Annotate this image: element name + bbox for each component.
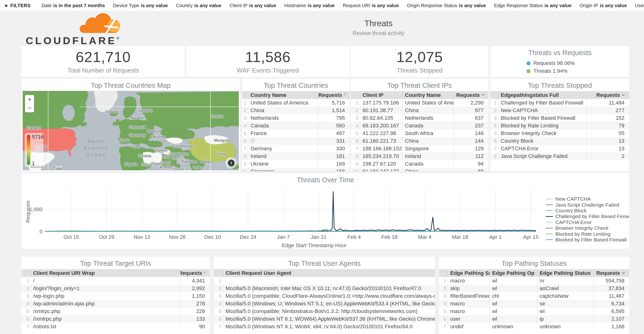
- table-cell[interactable]: Mozilla/5.0 (compatible; CloudFlare-Alwa…: [223, 292, 435, 300]
- table-cell[interactable]: 146: [454, 130, 488, 137]
- table-row[interactable]: 1/4,341: [22, 277, 210, 285]
- table-cell[interactable]: skip: [448, 285, 490, 292]
- table-cell[interactable]: 41.222.227.98: [360, 130, 402, 137]
- table-row[interactable]: 6userwlip2,107: [439, 315, 629, 323]
- column-header[interactable]: Country Name: [402, 91, 454, 99]
- table-cell[interactable]: Mozilla/5.0 (Macintosh; Intel Mac OS X 1…: [223, 285, 435, 292]
- table-row[interactable]: 8185.234.219.70Ireland112: [351, 152, 488, 160]
- table-row[interactable]: 661.160.221.73China144: [351, 137, 488, 145]
- table-cell[interactable]: wl: [490, 277, 537, 285]
- table-cell[interactable]: 133: [180, 315, 210, 323]
- table-row[interactable]: 3Blocked by Filter Based Firewall152: [490, 114, 629, 122]
- table-row[interactable]: 3Netherlands795: [242, 114, 350, 122]
- table-row[interactable]: 5Browser Integrity Check55: [490, 130, 629, 137]
- table-row[interactable]: 260.191.38.77China977: [351, 107, 488, 114]
- table-cell[interactable]: 11,467: [594, 292, 629, 300]
- table-row[interactable]: 1137.175.79.166United States of America2…: [351, 99, 488, 107]
- table-cell[interactable]: 6,734: [594, 300, 629, 307]
- table-cell[interactable]: [223, 277, 435, 285]
- table-cell[interactable]: France: [248, 130, 318, 137]
- table-cell[interactable]: 5,716: [318, 99, 350, 107]
- table-cell[interactable]: 330: [318, 145, 350, 152]
- table-cell[interactable]: 2: [586, 152, 629, 160]
- table-cell[interactable]: unknown: [537, 323, 594, 330]
- table-cell[interactable]: Canada: [402, 160, 454, 168]
- table-cell[interactable]: 152: [586, 114, 629, 122]
- table-cell[interactable]: macro: [448, 277, 490, 285]
- table-row[interactable]: 9Ukraine169: [242, 160, 350, 168]
- table-row[interactable]: 6Mozilla/5.0 (Windows NT 6.1; WOW64) App…: [214, 315, 435, 323]
- table-cell[interactable]: wl: [490, 300, 537, 307]
- column-header[interactable]: Requests: [586, 91, 629, 99]
- table-row[interactable]: 1United States of America5,716: [242, 99, 350, 107]
- filter-item[interactable]: Origin IPis any value: [580, 3, 627, 8]
- table-cell[interactable]: 37,834: [594, 285, 629, 292]
- table-cell[interactable]: nr: [537, 277, 594, 285]
- table-cell[interactable]: Germany: [248, 145, 318, 152]
- filters-toggle[interactable]: ▶ FILTERS: [5, 3, 30, 8]
- table-row[interactable]: 2Mozilla/5.0 (Macintosh; Intel Mac OS X …: [214, 285, 435, 292]
- table-row[interactable]: 5France497: [242, 130, 350, 137]
- table-row[interactable]: 3filterBasedFirewallchlcaptchaNew11,467: [439, 292, 629, 300]
- table-cell[interactable]: Ukraine: [248, 160, 318, 168]
- column-header[interactable]: Requests: [454, 91, 488, 99]
- table-row[interactable]: 4/wp-admin/admin-ajax.php278: [22, 300, 210, 307]
- table-cell[interactable]: 6,595: [594, 307, 629, 315]
- table-cell[interactable]: wl: [490, 315, 537, 323]
- table-cell[interactable]: wl: [537, 307, 594, 315]
- table-cell[interactable]: ip: [537, 315, 594, 323]
- chart-legend-item[interactable]: Country Block: [546, 208, 629, 213]
- table-cell[interactable]: 795: [318, 114, 350, 122]
- table-cell[interactable]: chl: [490, 292, 537, 300]
- table-cell[interactable]: 560: [318, 122, 350, 130]
- table-cell[interactable]: 277: [586, 107, 629, 114]
- map-info-button[interactable]: i: [226, 157, 237, 169]
- column-header[interactable]: Requests: [180, 269, 210, 277]
- chart-legend-item[interactable]: Browser Integrity Check: [546, 225, 629, 231]
- table-cell[interactable]: Singapore: [402, 145, 454, 152]
- table-row[interactable]: 3/wp-login.php1,150: [22, 292, 210, 300]
- table-cell[interactable]: Netherlands: [402, 114, 454, 122]
- table-cell[interactable]: Canada: [248, 122, 318, 130]
- table-cell[interactable]: Ireland: [402, 152, 454, 160]
- table-cell[interactable]: 2,107: [594, 315, 629, 323]
- table-row[interactable]: 6∅331: [242, 137, 350, 145]
- table-cell[interactable]: 977: [454, 107, 488, 114]
- table-cell[interactable]: 554,758: [594, 277, 629, 285]
- table-cell[interactable]: China: [248, 107, 318, 114]
- table-cell[interactable]: Blocked by Rate Limiting: [498, 122, 586, 130]
- table-cell[interactable]: 129: [454, 145, 488, 152]
- table-cell[interactable]: 11,484: [586, 99, 629, 107]
- table-cell[interactable]: Java Script Challenge Failed: [498, 152, 586, 160]
- table-cell[interactable]: se: [537, 300, 594, 307]
- table-cell[interactable]: 61.160.247.127: [360, 168, 402, 171]
- filter-item[interactable]: Countryis any value: [176, 3, 221, 8]
- table-cell[interactable]: /wp-admin/admin-ajax.php: [30, 300, 180, 307]
- table-row[interactable]: 2skipwlaoCrawl37,834: [439, 285, 629, 292]
- table-cell[interactable]: New CAPTCHA: [498, 107, 586, 114]
- table-cell[interactable]: 1,168: [594, 323, 629, 330]
- table-cell[interactable]: Canada: [402, 122, 454, 130]
- table-cell[interactable]: 158: [318, 168, 350, 171]
- table-cell[interactable]: undef: [448, 323, 490, 330]
- filter-item[interactable]: Hostnameis any value: [284, 3, 335, 8]
- table-cell[interactable]: 497: [318, 130, 350, 137]
- table-cell[interactable]: /: [30, 277, 180, 285]
- table-row[interactable]: 6//xmlrpc.php133: [22, 315, 210, 323]
- table-row[interactable]: 541.222.227.98South Africa146: [351, 130, 488, 137]
- table-cell[interactable]: 331: [318, 137, 350, 145]
- table-row[interactable]: 7/robots.txt90: [22, 323, 210, 330]
- column-header[interactable]: Edge Pathing Status: [537, 269, 594, 277]
- table-row[interactable]: 5macrowlwl6,595: [439, 307, 629, 315]
- filter-item[interactable]: User Agentis any value: [635, 3, 644, 8]
- table-cell[interactable]: unknown: [490, 323, 537, 330]
- column-header[interactable]: Requests: [318, 91, 350, 99]
- table-cell[interactable]: 198.27.67.120: [360, 160, 402, 168]
- legend-item[interactable]: Requests 98.06%: [526, 60, 593, 66]
- table-row[interactable]: 4macrowlse6,734: [439, 300, 629, 307]
- table-cell[interactable]: /robots.txt: [30, 323, 180, 330]
- table-row[interactable]: 7Mozilla/5.0 (Windows NT 6.1; Win64; x64…: [214, 323, 435, 330]
- table-cell[interactable]: 13: [586, 145, 629, 152]
- table-cell[interactable]: Ireland: [248, 152, 318, 160]
- table-cell[interactable]: United States of America: [248, 99, 318, 107]
